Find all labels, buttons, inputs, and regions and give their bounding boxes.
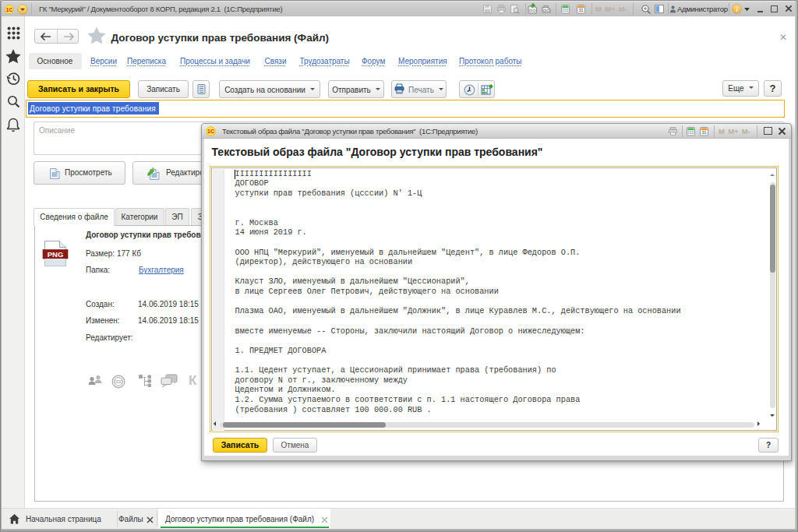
svg-text:PNG: PNG bbox=[48, 250, 64, 259]
svg-text:31: 31 bbox=[578, 8, 583, 12]
svg-text:1C: 1C bbox=[207, 129, 214, 134]
svg-text:31: 31 bbox=[701, 130, 706, 135]
svg-text:1C: 1C bbox=[6, 7, 13, 12]
